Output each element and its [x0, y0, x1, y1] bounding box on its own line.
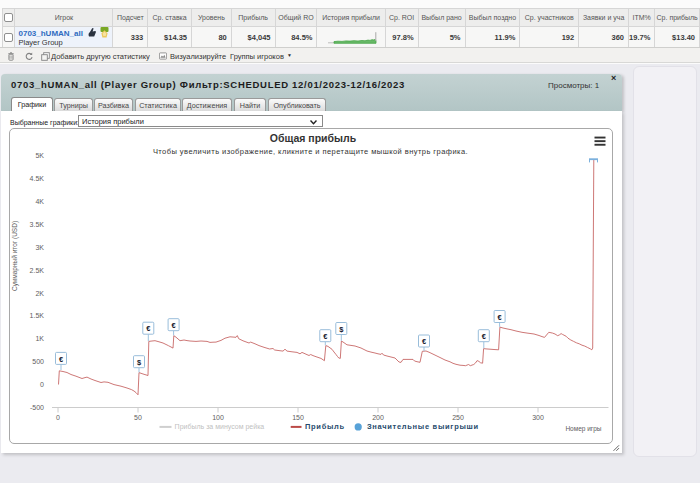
svg-text:0: 0 [56, 414, 60, 421]
svg-text:250: 250 [452, 414, 464, 421]
svg-text:200: 200 [372, 414, 384, 421]
svg-text:Прибыль: Прибыль [305, 422, 345, 431]
svg-text:4.5K: 4.5K [30, 175, 45, 182]
svg-text:4K: 4K [35, 198, 44, 205]
svg-text:1.5K: 1.5K [30, 312, 45, 319]
svg-text:300: 300 [532, 414, 544, 421]
svg-text:Общая прибыль: Общая прибыль [270, 132, 357, 144]
svg-text:3.5K: 3.5K [30, 221, 45, 228]
svg-text:1K: 1K [35, 335, 44, 342]
svg-text:Суммарный итог (USD): Суммарный итог (USD) [11, 221, 19, 291]
svg-text:50: 50 [134, 414, 142, 421]
svg-text:3K: 3K [35, 244, 44, 251]
svg-text:150: 150 [292, 414, 304, 421]
svg-text:2.5K: 2.5K [30, 267, 45, 274]
svg-text:-500: -500 [30, 404, 44, 411]
svg-text:500: 500 [32, 358, 44, 365]
svg-text:100: 100 [212, 414, 224, 421]
svg-text:Значительные выигрыши: Значительные выигрыши [367, 422, 479, 431]
svg-text:Прибыль за минусом рейка: Прибыль за минусом рейка [175, 423, 265, 431]
svg-text:Чтобы увеличить изображение, к: Чтобы увеличить изображение, кликните и … [153, 147, 468, 156]
svg-text:5K: 5K [35, 152, 44, 159]
svg-text:2K: 2K [35, 290, 44, 297]
svg-text:0: 0 [40, 381, 44, 388]
svg-text:Номер игры: Номер игры [565, 425, 601, 433]
